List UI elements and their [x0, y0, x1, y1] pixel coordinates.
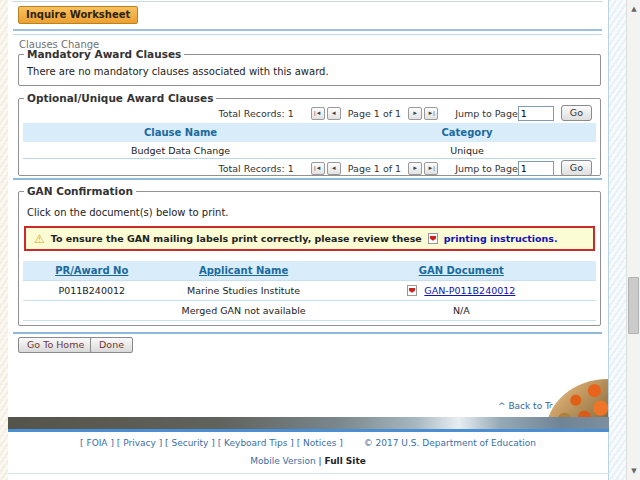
footer-separator: |	[319, 456, 322, 466]
go-to-home-button[interactable]: Go To Home	[18, 337, 93, 353]
last-page-icon[interactable]: ►|	[424, 162, 438, 175]
gan-table-header: PR/Award No Applicant Name GAN Document	[23, 261, 596, 281]
bracket: ]	[339, 438, 343, 448]
bracket: [	[80, 438, 84, 448]
pr-award-no-cell: P011B240012	[23, 285, 161, 296]
left-gutter-stripes	[0, 0, 8, 480]
optional-clauses-legend: Optional/Unique Award Clauses	[24, 92, 216, 104]
footer-link-notices[interactable]: Notices	[303, 438, 336, 448]
next-page-icon[interactable]: ►	[408, 162, 422, 175]
bracket: ]	[290, 438, 294, 448]
applicant-name-cell: Marine Studies Institute	[161, 285, 327, 296]
footer-gradient-band	[8, 417, 609, 429]
clauses-table-header: Clause Name Category	[23, 123, 596, 142]
bracket: ]	[110, 438, 114, 448]
clause-name-header: Clause Name	[23, 127, 338, 138]
bracket: [	[297, 438, 301, 448]
gan-document-cell: GAN-P011B240012	[327, 285, 596, 296]
full-site-label: Full Site	[324, 456, 365, 466]
prev-page-icon[interactable]: ◄	[327, 162, 341, 175]
first-page-icon[interactable]: |◄	[311, 162, 325, 175]
next-page-icon[interactable]: ►	[408, 107, 422, 120]
jump-to-page-label: Jump to Page	[455, 163, 518, 174]
done-button[interactable]: Done	[90, 337, 133, 353]
clauses-table: Clause Name Category Budget Data Change …	[23, 123, 596, 159]
footer-mobile-row: Mobile Version | Full Site	[8, 456, 608, 466]
table-row: Merged GAN not available N/A	[23, 301, 596, 321]
footer-link-security[interactable]: Security	[171, 438, 208, 448]
clause-name-cell: Budget Data Change	[23, 145, 338, 156]
main-content: Inquire Worksheet Clauses Change Mandato…	[8, 0, 609, 480]
gan-document-link[interactable]: GAN-P011B240012	[424, 285, 515, 296]
header-divider-2	[13, 34, 602, 35]
gan-table: PR/Award No Applicant Name GAN Document …	[23, 261, 596, 321]
warning-icon: ⚠	[34, 233, 45, 245]
scroll-down-icon[interactable]: ▼	[627, 464, 640, 478]
footer-link-privacy[interactable]: Privacy	[123, 438, 156, 448]
bracket: ]	[159, 438, 163, 448]
section-divider	[13, 332, 602, 334]
section-divider	[13, 178, 602, 180]
gan-document-header[interactable]: GAN Document	[327, 265, 596, 276]
pr-award-no-header[interactable]: PR/Award No	[23, 265, 161, 276]
mobile-version-link[interactable]: Mobile Version	[250, 456, 315, 466]
inquire-worksheet-button[interactable]: Inquire Worksheet	[18, 6, 138, 24]
optional-clauses-fieldset: Optional/Unique Award Clauses Total Reco…	[18, 92, 601, 176]
prev-page-icon[interactable]: ◄	[327, 107, 341, 120]
pagination-bottom: Total Records: 1 |◄ ◄ Page 1 of 1 ► ►| J…	[19, 159, 600, 177]
table-row: P011B240012 Marine Studies Institute GAN…	[23, 281, 596, 301]
bottom-divider	[8, 473, 609, 474]
copyright-text: © 2017 U.S. Department of Education	[364, 438, 536, 448]
category-header: Category	[338, 127, 596, 138]
jump-to-page-input[interactable]	[518, 161, 554, 176]
category-cell: Unique	[338, 145, 596, 156]
applicant-name-header[interactable]: Applicant Name	[161, 265, 327, 276]
header-divider-1	[13, 29, 602, 31]
scroll-up-icon[interactable]: ▲	[627, 2, 640, 16]
top-divider	[12, 1, 603, 2]
first-page-icon[interactable]: |◄	[311, 107, 325, 120]
pdf-icon	[407, 285, 417, 296]
right-gutter-stripes	[609, 0, 626, 480]
footer-blue-line	[8, 429, 609, 432]
warning-text: To ensure the GAN mailing labels print c…	[51, 233, 422, 244]
gan-confirmation-fieldset: GAN Confirmation Click on the document(s…	[18, 185, 601, 326]
scrollbar-thumb[interactable]	[628, 277, 639, 334]
bracket: [	[117, 438, 121, 448]
vertical-scrollbar[interactable]: ▲ ▼	[626, 0, 640, 480]
bracket: ]	[211, 438, 215, 448]
gan-document-cell: N/A	[327, 305, 596, 316]
page-indicator: Page 1 of 1	[348, 108, 401, 119]
print-instruction-text: Click on the document(s) below to print.	[19, 197, 600, 218]
go-button[interactable]: Go	[561, 160, 592, 176]
bracket: [	[218, 438, 222, 448]
merged-gan-cell: Merged GAN not available	[161, 305, 327, 316]
table-row: Budget Data Change Unique	[23, 142, 596, 159]
mandatory-clauses-message: There are no mandatory clauses associate…	[19, 60, 600, 77]
bracket: [	[165, 438, 169, 448]
mandatory-clauses-legend: Mandatory Award Clauses	[24, 48, 184, 60]
jump-to-page-label: Jump to Page	[455, 108, 518, 119]
pagination-top: Total Records: 1 |◄ ◄ Page 1 of 1 ► ►| J…	[19, 104, 600, 122]
total-records-label: Total Records: 1	[219, 163, 294, 174]
footer-link-foia[interactable]: FOIA	[86, 438, 107, 448]
jump-to-page-input[interactable]	[518, 106, 554, 121]
mandatory-clauses-fieldset: Mandatory Award Clauses There are no man…	[18, 48, 601, 86]
last-page-icon[interactable]: ►|	[424, 107, 438, 120]
page-viewport: Inquire Worksheet Clauses Change Mandato…	[0, 0, 640, 480]
gan-confirmation-legend: GAN Confirmation	[24, 185, 136, 197]
warning-banner: ⚠ To ensure the GAN mailing labels print…	[24, 226, 595, 251]
footer-links-row: [ FOIA ] [ Privacy ] [ Security ] [ Keyb…	[8, 438, 608, 448]
printing-instructions-link[interactable]: printing instructions.	[444, 233, 558, 244]
pdf-icon	[428, 233, 438, 244]
footer-link-keyboard-tips[interactable]: Keyboard Tips	[224, 438, 287, 448]
total-records-label: Total Records: 1	[219, 108, 294, 119]
go-button[interactable]: Go	[561, 105, 592, 121]
page-indicator: Page 1 of 1	[348, 163, 401, 174]
